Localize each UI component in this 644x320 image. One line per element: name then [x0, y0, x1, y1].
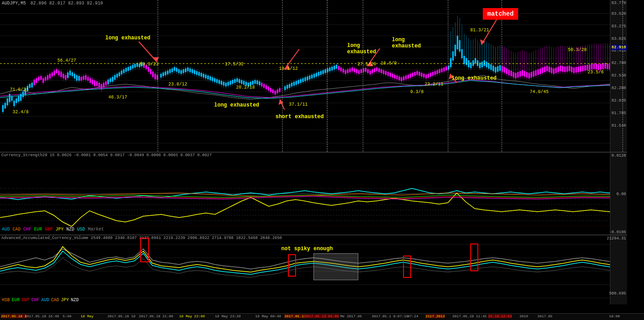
label-chf: CHF	[23, 227, 31, 232]
volume-axis: 21294.31 500.695	[610, 235, 627, 304]
label-81321: 81.3/21	[470, 28, 489, 33]
vline-4	[448, 0, 448, 152]
time-11: 2017.05.13 04:05	[305, 314, 339, 318]
label-1660: 16.6/0	[381, 61, 397, 66]
label-jpy: JPY	[56, 227, 64, 232]
long-exhausted-5: long exhausted	[451, 75, 497, 81]
vol-label-eur: EUR	[12, 298, 20, 303]
label-74045: 74.0/45	[530, 90, 549, 94]
label-aud: AUD	[2, 227, 10, 232]
label-3248: 32.4/8	[13, 110, 29, 115]
time-10: 2017.05.13	[284, 314, 306, 318]
currency-labels: AUD CAD CHF EUR GBP JPY NZD USD Market	[2, 227, 104, 232]
candlestick-chart	[0, 0, 627, 152]
vol-label-nzd: NZD	[71, 298, 79, 303]
current-price-badge: 82.910	[611, 45, 627, 50]
label-23526: 23.5/6	[588, 70, 604, 75]
time-bar: 2017.05.18 1 2017.05.18 16:40 5:40 18 Ma…	[0, 313, 644, 320]
time-17: 15.19.12:53	[488, 314, 512, 318]
vline-5	[502, 0, 502, 152]
red-rect-3	[403, 256, 411, 278]
time-18: 2016	[519, 314, 528, 318]
label-46317: 46.3/17	[108, 95, 127, 100]
label-56427: 56.4/27	[57, 58, 76, 63]
ohlc-values: 82.896 82.917 82.893 82.910	[30, 1, 103, 6]
time-15: 2117.2013	[425, 314, 445, 318]
label-938: 9.3/8	[410, 90, 424, 94]
red-rect-2	[288, 254, 296, 277]
not-spiky-label: not spiky enough	[281, 246, 333, 252]
time-6: 2017.05.18 21:00	[139, 314, 173, 318]
price-83770: 83.770	[612, 1, 626, 5]
time-3: 5:40	[63, 314, 71, 318]
label-market: Market	[88, 227, 104, 232]
svg-marker-571	[279, 99, 283, 105]
vline-7	[327, 0, 327, 152]
matched-box: matched	[483, 8, 518, 20]
time-2: 2017.05.18 16:40	[25, 314, 59, 318]
vol-label-hsb: HSB	[2, 298, 10, 303]
time-19: 2017.05	[537, 314, 553, 318]
volume-axis-bot: 500.695	[609, 291, 626, 296]
vol-label-chf: CHF	[31, 298, 39, 303]
label-27520: 27.5/20	[357, 62, 376, 67]
chart-title: AUDJPY,M5 82.896 82.917 82.893 82.910	[2, 1, 103, 6]
label-23812: 23.8/12	[168, 82, 187, 87]
label-20218: 20.2/18	[236, 85, 255, 90]
label-nzd: NZD	[66, 227, 74, 232]
red-rect-1	[140, 238, 149, 262]
strength-axis-bot: -0.0186	[609, 230, 626, 235]
time-20: 18:00	[609, 314, 620, 318]
label-59323: 59.3/23	[140, 62, 159, 67]
strength-panel: Currency_Strength28 15 0.0026 -0.0001 0.…	[0, 152, 627, 235]
long-exhausted-4: long exhausted	[214, 102, 259, 108]
label-eur: EUR	[34, 227, 42, 232]
price-82035: 82.035	[612, 98, 626, 103]
label-17532: 17.5/32	[225, 62, 244, 67]
short-exhausted: short exhausted	[275, 114, 324, 120]
strength-chart	[0, 153, 627, 235]
label-71021: 71.0/21	[10, 87, 29, 92]
time-4: 18 May	[81, 314, 94, 318]
vol-label-cad: CAD	[51, 298, 59, 303]
strength-axis-top: 0.0128	[612, 154, 626, 158]
volume-panel: Advanced_Accumulated_Currency_Volume 254…	[0, 235, 627, 304]
price-82530: 82.530	[612, 73, 626, 78]
time-13: 2017.05.1 9:07:10	[372, 314, 408, 318]
strength-axis: 0.0128 0.00 -0.0186	[610, 153, 627, 235]
time-14: 07:24	[408, 314, 418, 318]
time-1: 2017.05.18 1	[1, 314, 27, 318]
vline-3	[363, 0, 363, 152]
label-23211: 23.2/11	[425, 82, 443, 87]
vline-1	[158, 0, 158, 152]
time-9: 19 May 00:40	[255, 314, 281, 318]
strength-title: Currency_Strength28 15 0.0026 -0.0001 0.…	[1, 153, 212, 158]
long-exhausted-3: longexhausted	[392, 37, 421, 49]
label-cad: CAD	[13, 227, 21, 232]
red-rect-4	[470, 243, 478, 271]
label-50320: 50.3/20	[568, 47, 587, 52]
time-12: Me 2017.05	[340, 314, 362, 318]
time-5: 2017.05.18 19	[107, 314, 135, 318]
label-18112: 18.1/12	[279, 66, 298, 71]
price-82780: 82.780	[612, 61, 626, 65]
vline-6	[623, 0, 623, 152]
vol-label-gbp: GBP	[21, 298, 30, 303]
price-83520: 83.520	[612, 12, 626, 16]
price-81785: 81.785	[612, 111, 626, 115]
vol-currency-labels: HSB EUR GBP CHF AUD CAD JPY NZD	[2, 298, 79, 303]
label-usd: USD	[77, 227, 85, 232]
price-82280: 82.280	[612, 86, 626, 90]
time-7: 18 May 22:00	[179, 314, 205, 318]
price-axis: 83.770 83.520 83.275 83.025 82.910 82.78…	[610, 0, 627, 152]
price-83275: 83.275	[612, 24, 626, 29]
long-exhausted-1: long exhausted	[105, 35, 150, 41]
vol-label-jpy: JPY	[61, 298, 69, 303]
label-37111: 37.1/11	[289, 102, 308, 107]
main-chart: AUDJPY,M5 82.896 82.917 82.893 82.910	[0, 0, 627, 152]
symbol-timeframe: AUDJPY,M5	[2, 1, 26, 6]
price-83025: 83.025	[612, 37, 626, 41]
matched-label: matched	[487, 10, 514, 17]
gray-rect	[313, 253, 358, 280]
volume-axis-top: 21294.31	[607, 236, 626, 241]
